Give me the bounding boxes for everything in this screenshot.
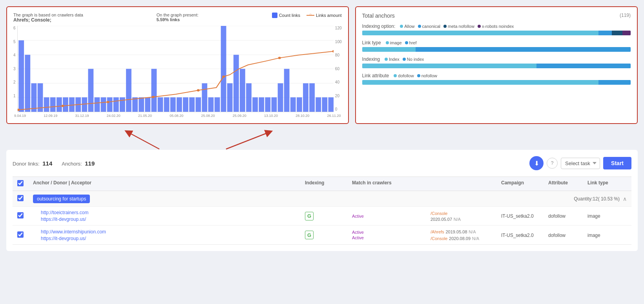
collapse-button[interactable]: ∧ — [623, 196, 627, 202]
chart-info-left: The graph is based on crawlers data Ahre… — [13, 13, 83, 23]
svg-rect-50 — [297, 97, 302, 112]
metric-label-link-attr: Link attribute — [362, 73, 389, 78]
header-attribute: Attribute — [548, 180, 587, 187]
svg-point-61 — [222, 75, 225, 78]
row1-links: http://toeictrainers.com https://it-devg… — [33, 210, 305, 222]
legend-count-links: Count links — [272, 13, 300, 18]
anchors-count: (119) — [620, 13, 631, 19]
y-right-60: 60 — [335, 67, 339, 71]
row2-campaign: IT-US_setka2.0 — [501, 232, 548, 238]
chart-svg-area — [17, 26, 334, 112]
chart-percentage: 5.59% links — [157, 17, 199, 22]
svg-rect-22 — [120, 97, 125, 112]
row2-source-2: /Console 2020.08.09 N/A — [431, 235, 501, 241]
svg-rect-45 — [265, 97, 270, 112]
svg-rect-21 — [113, 97, 119, 112]
header-campaign: Campaign — [501, 180, 548, 187]
svg-rect-11 — [50, 97, 55, 112]
bar-link-type — [362, 47, 631, 52]
chart-crawlers-label: The graph is based on crawlers data — [13, 13, 83, 17]
row1-campaign-text: IT-US_setka2.0 — [501, 213, 534, 219]
svg-point-58 — [106, 101, 109, 103]
select-task-dropdown[interactable]: Select task — [561, 158, 600, 169]
svg-rect-28 — [157, 97, 163, 112]
svg-rect-55 — [328, 97, 334, 112]
metric-label-link-type: Link type — [362, 40, 381, 46]
svg-rect-38 — [221, 26, 226, 112]
svg-rect-53 — [316, 97, 321, 112]
svg-rect-54 — [322, 97, 327, 112]
chart-x-labels: 9.04.19 12.09.19 31.12.19 24.02.20 21.05… — [13, 114, 342, 118]
start-button[interactable]: Start — [603, 157, 631, 169]
anchors-title-row: Total anchors (119) — [362, 13, 631, 19]
metric-label-indexing: Indexing option: — [362, 24, 396, 29]
quantity-text: Quantity:12( 10.53 %) — [574, 196, 620, 202]
row1-status: Active — [352, 213, 431, 219]
svg-rect-19 — [100, 97, 106, 112]
svg-rect-8 — [31, 83, 36, 112]
bar-indexing — [362, 64, 631, 68]
row2-link-type-text: image — [587, 233, 600, 238]
svg-rect-6 — [18, 40, 24, 112]
chart-svg — [18, 26, 334, 112]
quantity-col: Quantity:12( 10.53 %) ∧ — [548, 196, 627, 202]
table-row: http://www.internshipunion.com https://i… — [13, 225, 631, 244]
toolbar-right: ⬇ ? Select task Start — [529, 156, 631, 170]
row1-acceptor-link[interactable]: https://it-devgroup.us/ — [41, 217, 305, 222]
svg-point-57 — [61, 105, 64, 107]
svg-rect-36 — [208, 97, 213, 112]
row1-indexing: G — [305, 212, 352, 220]
y-right-0: 0 — [335, 107, 338, 111]
svg-rect-33 — [189, 97, 195, 112]
row2-status-active-1: Active — [352, 230, 431, 235]
row2-checkbox-col — [17, 231, 33, 239]
row1-attribute-text: dofollow — [548, 213, 566, 219]
svg-rect-48 — [284, 69, 289, 112]
svg-rect-24 — [132, 97, 138, 112]
row2-g-badge: G — [305, 231, 314, 239]
anchor-group-checkbox[interactable] — [17, 195, 24, 201]
row1-g-badge: G — [305, 212, 314, 220]
svg-rect-34 — [195, 97, 201, 112]
row1-checkbox[interactable] — [17, 212, 24, 218]
legend-count-box — [272, 13, 277, 18]
legend-amount-line — [306, 15, 314, 16]
svg-rect-35 — [202, 83, 207, 112]
help-button[interactable]: ? — [547, 158, 558, 169]
row1-date: 2020.05.07 — [431, 217, 452, 222]
svg-rect-29 — [164, 97, 169, 112]
row2-donor-link[interactable]: http://www.internshipunion.com — [41, 229, 305, 235]
download-button[interactable]: ⬇ — [529, 156, 544, 170]
svg-rect-25 — [139, 97, 144, 112]
svg-point-59 — [151, 96, 154, 98]
row2-acceptor-link[interactable]: https://it-devgroup.us/ — [41, 236, 305, 241]
chart-panel: The graph is based on crawlers data Ahre… — [6, 6, 349, 124]
svg-rect-18 — [94, 97, 100, 112]
y-left-6: 6 — [13, 26, 16, 30]
svg-rect-43 — [252, 97, 258, 112]
y-left-3: 3 — [13, 67, 16, 71]
table-row: http://toeictrainers.com https://it-devg… — [13, 206, 631, 225]
y-right-100: 100 — [335, 40, 342, 44]
anchors-stat-value: 119 — [85, 160, 95, 167]
row1-donor-link[interactable]: http://toeictrainers.com — [41, 210, 305, 215]
row2-checkbox[interactable] — [17, 231, 24, 238]
metric-indexing-option: Indexing option: Allow canonical meta no… — [362, 24, 631, 35]
svg-rect-47 — [277, 83, 283, 112]
select-all-checkbox[interactable] — [17, 180, 24, 186]
svg-rect-17 — [88, 69, 93, 112]
row2-status-active-2: Active — [352, 235, 431, 240]
row1-checkbox-col — [17, 212, 33, 220]
anchor-tag: outsourcing for startups — [33, 195, 90, 203]
y-right-20: 20 — [335, 94, 339, 98]
header-empty — [431, 180, 501, 187]
row1-console-source: /Console — [431, 211, 447, 216]
anchor-group-header-1: outsourcing for startups Quantity:12( 10… — [13, 191, 631, 206]
header-anchor-donor: Anchor / Donor | Acceptor — [33, 180, 305, 187]
svg-rect-23 — [126, 69, 131, 112]
donor-links-value: 114 — [42, 160, 52, 167]
row1-attribute: dofollow — [548, 213, 587, 219]
chart-present-label: On the graph present: — [157, 13, 199, 17]
chart-sources: Ahrefs; Console; — [13, 17, 83, 23]
svg-rect-26 — [145, 97, 150, 112]
